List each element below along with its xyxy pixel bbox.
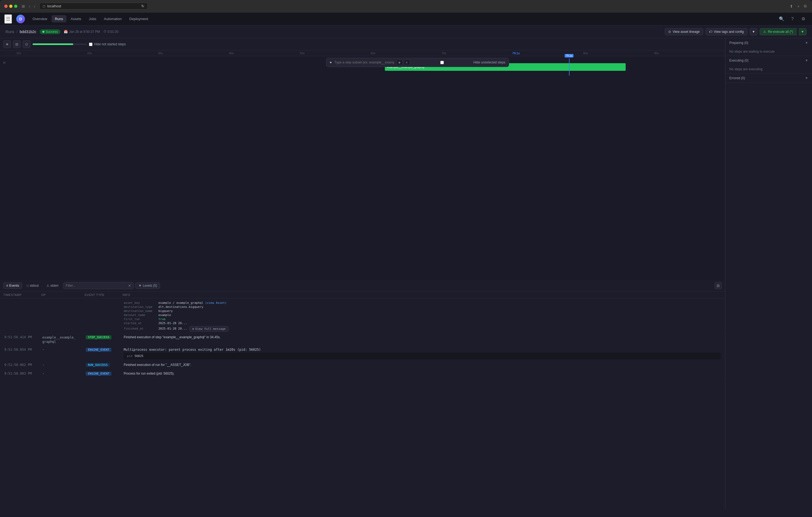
table-row: 9:51:58.054 PM - ENGINE_EVENT Multiproce… xyxy=(0,346,725,361)
info-row-dest-name: destination_name bigquery xyxy=(124,309,721,313)
right-panel: Preparing (0) ▼ No steps are waiting to … xyxy=(725,38,812,509)
cell-op-3: - xyxy=(41,361,85,368)
settings-btn[interactable]: ⚙ xyxy=(799,15,808,23)
col-event-type: EVENT TYPE xyxy=(85,293,123,296)
copy-btn[interactable]: ⧉ xyxy=(803,3,808,9)
tab-stderr[interactable]: ⚠ stderr xyxy=(44,282,62,289)
errored-expand-icon: ▼ xyxy=(805,76,808,80)
close-traffic-light[interactable] xyxy=(4,5,8,8)
reexecute-btn[interactable]: ⚠ Re-execute all (*) xyxy=(760,28,796,35)
filter-icon: ▼ xyxy=(138,284,142,288)
table-row: 9:51:56.414 PM example__example_graphql … xyxy=(0,334,725,346)
preparing-empty-msg: No steps are waiting to execute xyxy=(729,50,775,53)
cell-eventtype-0 xyxy=(85,299,123,303)
lineage-icon: ⊙ xyxy=(668,30,671,34)
tick-50s: 50s xyxy=(300,51,371,56)
tick-10s: 10s xyxy=(16,51,87,56)
tick-80s: 80s xyxy=(583,51,654,56)
minimize-traffic-light[interactable] xyxy=(9,5,12,8)
view-full-message-btn[interactable]: ⊕ View full message xyxy=(189,326,229,332)
table-row: 9:51:58.083 PM - ENGINE_EVENT Process fo… xyxy=(0,370,725,379)
col-op: OP xyxy=(41,293,85,296)
events-filter-input[interactable] xyxy=(66,284,126,288)
step-selector-pin-btn[interactable]: ◈ xyxy=(396,60,403,65)
nav-automation[interactable]: Automation xyxy=(100,15,125,23)
reexecute-dropdown-btn[interactable]: ▼ xyxy=(799,28,807,35)
cell-op-4: - xyxy=(41,370,85,377)
status-dot xyxy=(42,31,45,33)
tick-40s: 40s xyxy=(229,51,300,56)
breadcrumb-runs-link[interactable]: Runs xyxy=(5,30,14,34)
tab-events[interactable]: ≡ Events xyxy=(3,282,22,289)
share-btn[interactable]: ⬆ xyxy=(789,3,794,9)
toolbar-grid-btn[interactable]: ⊞ xyxy=(13,40,21,48)
toolbar-record-btn[interactable]: ⊙ xyxy=(23,40,30,48)
cell-timestamp-2: 9:51:58.054 PM xyxy=(3,346,41,353)
warning-icon: ⚠ xyxy=(763,30,766,34)
cell-eventtype-2: ENGINE_EVENT xyxy=(85,346,123,353)
events-table: TIMESTAMP OP EVENT TYPE INFO asset_key xyxy=(0,292,725,509)
top-nav: ☰ D Overview Runs Assets Jobs Automation… xyxy=(0,12,812,26)
browser-nav-controls: ⊞ ‹ › xyxy=(21,3,36,9)
calendar-icon: 📅 xyxy=(64,30,68,34)
executing-title: Executing (0) xyxy=(729,59,749,62)
nav-actions: 🔍 ? ⚙ xyxy=(777,15,808,23)
fullscreen-traffic-light[interactable] xyxy=(14,5,17,8)
nav-deployment[interactable]: Deployment xyxy=(126,15,151,23)
view-asset-link[interactable]: (view Asset) xyxy=(205,301,227,305)
hide-unselected-checkbox[interactable] xyxy=(412,61,472,64)
events-filter-box: ✕ xyxy=(63,282,134,289)
hide-not-started-label[interactable]: Hide not started steps xyxy=(89,42,126,46)
nav-runs[interactable]: Runs xyxy=(52,15,66,23)
browser-actions: ⬆ + ⧉ xyxy=(789,3,808,9)
browser-forward-btn[interactable]: › xyxy=(33,3,36,9)
reload-btn[interactable]: ↻ xyxy=(141,4,144,8)
tick-20s: 20s xyxy=(87,51,158,56)
browser-back-btn[interactable]: ‹ xyxy=(28,3,31,9)
stdout-tab-icon: □ xyxy=(27,284,29,288)
gantt-current-time-label: 79.1s xyxy=(565,54,573,58)
tick-60s: 60s xyxy=(371,51,441,56)
info-row-asset-key: asset_key example / example_graphql (vie… xyxy=(124,301,721,305)
levels-filter-btn[interactable]: ▼ Levels (5) xyxy=(135,282,160,289)
gantt-body: H example__example_graphql 79.1s ✦ xyxy=(0,56,725,78)
hide-unselected-label[interactable]: Hide unselected steps xyxy=(412,60,505,64)
expand-actions-btn[interactable]: ▼ xyxy=(750,28,758,35)
nav-overview[interactable]: Overview xyxy=(29,15,51,23)
hamburger-menu-btn[interactable]: ☰ xyxy=(4,15,12,24)
hide-not-started-checkbox[interactable] xyxy=(89,42,92,46)
preparing-header[interactable]: Preparing (0) ▼ xyxy=(725,38,812,48)
errored-section: Errored (0) ▼ xyxy=(725,74,812,83)
events-expand-btn[interactable]: ⊞ xyxy=(715,282,722,289)
toolbar-list-btn[interactable]: ≡ xyxy=(3,40,11,48)
cell-eventtype-4: ENGINE_EVENT xyxy=(85,370,123,377)
executing-expand-icon: ▼ xyxy=(805,59,808,62)
filter-clear-btn[interactable]: ✕ xyxy=(128,283,131,288)
step-selector-input[interactable] xyxy=(335,60,394,64)
search-btn[interactable]: 🔍 xyxy=(777,15,786,23)
tag-icon: 🏷 xyxy=(709,30,712,34)
executing-section: Executing (0) ▼ No steps are executing xyxy=(725,56,812,74)
view-tags-btn[interactable]: 🏷 View tags and config xyxy=(705,28,748,35)
cell-info-0: asset_key example / example_graphql (vie… xyxy=(123,299,722,333)
nav-jobs[interactable]: Jobs xyxy=(86,15,99,23)
step-selector-icon: ✦ xyxy=(329,60,332,64)
preparing-content: No steps are waiting to execute xyxy=(725,48,812,56)
errored-header[interactable]: Errored (0) ▼ xyxy=(725,74,812,83)
nav-assets[interactable]: Assets xyxy=(67,15,85,23)
step-selector-up-btn[interactable]: ∧ xyxy=(404,60,410,65)
traffic-lights xyxy=(4,5,17,8)
executing-header[interactable]: Executing (0) ▼ xyxy=(725,56,812,65)
tab-stdout[interactable]: □ stdout xyxy=(24,282,42,289)
new-tab-btn[interactable]: + xyxy=(796,3,801,9)
view-lineage-btn[interactable]: ⊙ View asset lineage xyxy=(665,28,703,35)
col-info: INFO xyxy=(123,293,722,296)
cell-timestamp-4: 9:51:58.083 PM xyxy=(3,370,41,377)
sidebar-toggle-btn[interactable]: ⊞ xyxy=(21,3,26,9)
address-bar[interactable]: □ localhost ↻ xyxy=(39,3,148,9)
preparing-expand-icon: ▼ xyxy=(805,41,808,45)
cell-timestamp-0 xyxy=(3,299,41,303)
pid-info: pid 56025 xyxy=(124,353,721,360)
help-btn[interactable]: ? xyxy=(788,15,797,23)
status-text: Success xyxy=(46,30,58,34)
